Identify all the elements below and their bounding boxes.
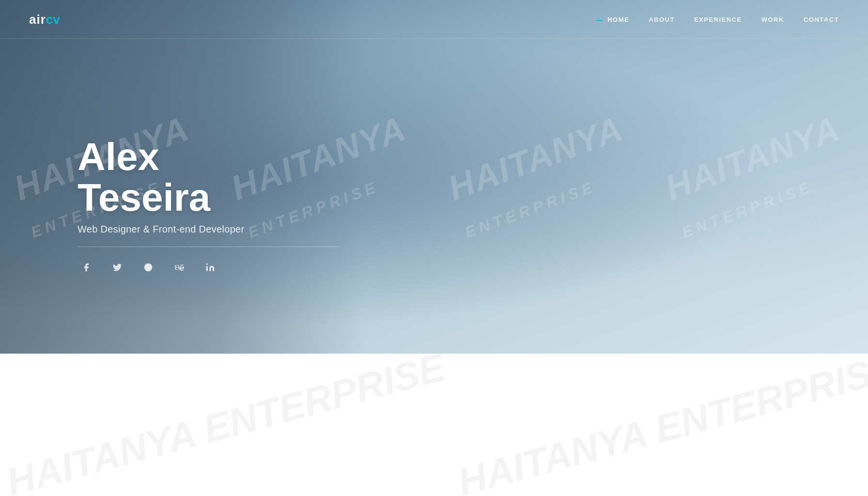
facebook-icon — [81, 263, 91, 272]
logo[interactable]: aircv — [29, 12, 60, 27]
bottom-watermark-1: haitanya ENTERPRISE — [2, 354, 450, 496]
hero-subtitle: Web Designer & Front-end Developer — [78, 224, 339, 235]
bottom-section: haitanya ENTERPRISE haitanya ENTERPRISE … — [0, 354, 868, 496]
dribbble-icon — [143, 263, 153, 272]
twitter-icon — [112, 263, 122, 272]
nav-link-experience[interactable]: EXPERIENCE — [694, 16, 742, 23]
nav-item-experience[interactable]: EXPERIENCE — [694, 15, 742, 24]
nav-link-about[interactable]: ABOUT — [649, 16, 675, 23]
facebook-link[interactable] — [78, 259, 95, 276]
svg-point-0 — [144, 264, 153, 272]
logo-air: air — [29, 12, 46, 27]
nav-link-home[interactable]: HOME — [596, 16, 629, 23]
navbar: aircv HOME ABOUT EXPERIENCE — [0, 0, 868, 39]
logo-cv: cv — [46, 12, 60, 27]
bottom-watermark-2: haitanya ENTERPRISE — [453, 354, 868, 496]
linkedin-icon — [205, 263, 215, 272]
social-links — [78, 259, 339, 276]
hero-name: Alex Teseira — [78, 137, 339, 218]
behance-link[interactable] — [170, 259, 188, 276]
hero-divider — [78, 247, 339, 247]
nav-item-work[interactable]: WORK — [761, 15, 784, 24]
nav-links: HOME ABOUT EXPERIENCE WORK CONTA — [596, 15, 839, 24]
bottom-watermark: haitanya ENTERPRISE haitanya ENTERPRISE … — [0, 354, 868, 496]
dribbble-link[interactable] — [140, 259, 157, 276]
nav-link-work[interactable]: WORK — [761, 16, 784, 23]
twitter-link[interactable] — [108, 259, 126, 276]
active-indicator — [596, 20, 602, 21]
nav-item-contact[interactable]: CONTACT — [804, 15, 839, 24]
svg-point-1 — [206, 264, 208, 265]
hero-content: Alex Teseira Web Designer & Front-end De… — [78, 137, 339, 276]
nav-bottom-divider — [0, 38, 868, 39]
behance-icon — [174, 263, 184, 272]
hero-section: haitanyaENTERPRISE haitanyaENTERPRISE ha… — [0, 0, 868, 354]
nav-link-contact[interactable]: CONTACT — [804, 16, 839, 23]
nav-item-about[interactable]: ABOUT — [649, 15, 675, 24]
nav-item-home[interactable]: HOME — [596, 15, 629, 24]
linkedin-link[interactable] — [202, 259, 219, 276]
